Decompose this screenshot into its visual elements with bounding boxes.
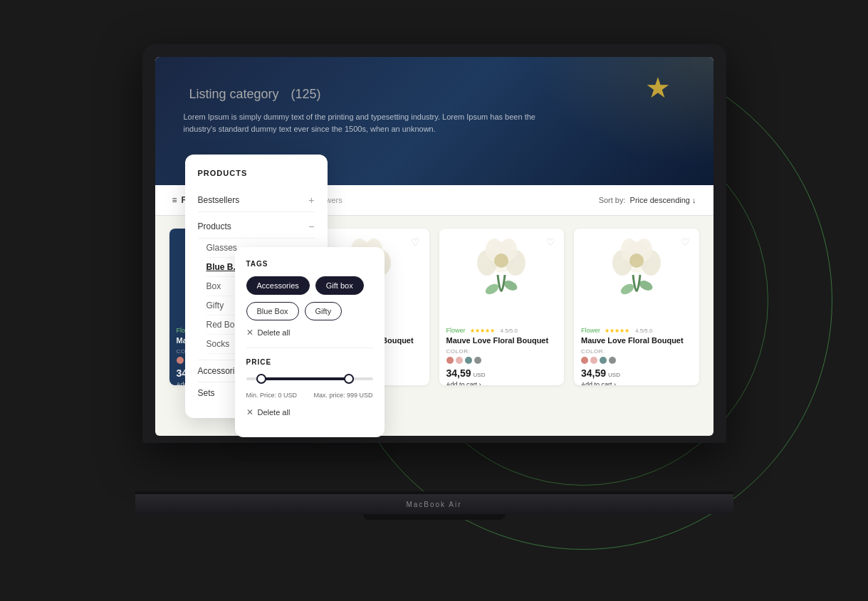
filter-icon: ≡ <box>172 195 177 205</box>
sidebar-item-products[interactable]: Products − <box>198 215 315 239</box>
sidebar-item-bestsellers[interactable]: Bestsellers + <box>198 189 315 212</box>
product-swatches-3 <box>446 357 558 364</box>
svg-point-22 <box>484 282 501 296</box>
svg-point-29 <box>629 254 644 268</box>
add-to-cart-button-4[interactable]: Add to cart › <box>581 381 692 385</box>
product-image-4: ♡ <box>574 229 699 321</box>
product-price-row-4: 34,59 USD <box>581 367 692 379</box>
product-category-3: Flower ★★★★★ 4.5/5.0 <box>446 327 558 334</box>
swatch[interactable] <box>177 357 184 364</box>
svg-point-21 <box>494 254 508 268</box>
tags-filled-row: Accessories Gift box <box>246 276 373 295</box>
price-min-label: Min. Price: 0 USD <box>246 392 298 399</box>
svg-point-30 <box>619 282 635 296</box>
product-category-4: Flower ★★★★★ 4.5/5.0 <box>581 327 692 334</box>
product-info-3: Flower ★★★★★ 4.5/5.0 Mauve Love Floral B… <box>439 321 565 385</box>
swatch[interactable] <box>600 357 607 364</box>
delete-x-icon: ✕ <box>246 328 253 338</box>
price-slider-fill <box>256 377 354 380</box>
price-max-label: Max. price: 999 USD <box>313 392 372 399</box>
tags-panel-title: TAGS <box>246 260 373 268</box>
tag-blue-box[interactable]: Blue Box <box>246 302 299 320</box>
product-card-4[interactable]: ♡ <box>574 229 699 385</box>
hero-description: Lorem Ipsum is simply dummy text of the … <box>184 111 554 135</box>
tag-gifty[interactable]: Gifty <box>305 302 343 320</box>
delete-x-icon-2: ✕ <box>246 407 253 417</box>
price-section-title: PRICE <box>246 358 373 366</box>
product-info-4: Flower ★★★★★ 4.5/5.0 Mauve Love Floral B… <box>574 321 699 385</box>
product-stars-4: ★★★★★ <box>605 328 629 334</box>
swatch[interactable] <box>581 357 588 364</box>
swatch[interactable] <box>456 357 463 364</box>
price-slider[interactable] <box>246 377 373 380</box>
star-decoration: ★ <box>645 71 671 104</box>
hero-decoration <box>500 57 713 185</box>
delete-all-button-2[interactable]: ✕ Delete all <box>246 407 373 417</box>
expand-icon: + <box>308 194 314 206</box>
swatch[interactable] <box>474 357 481 364</box>
product-swatches-4 <box>581 357 692 364</box>
swatch[interactable] <box>465 357 472 364</box>
price-filter-section: PRICE Min. Price: 0 USD Max. price: 999 … <box>246 347 373 417</box>
swatch[interactable] <box>446 357 454 364</box>
sort-value[interactable]: Price descending ↓ <box>630 196 696 204</box>
price-slider-max-thumb[interactable] <box>344 374 354 384</box>
product-price-row-3: 34,59 USD <box>446 367 558 379</box>
delete-all-button[interactable]: ✕ Delete all <box>246 328 373 338</box>
sidebar-bestsellers-row: Bestsellers + <box>198 189 315 212</box>
sidebar-title: PRODUCTS <box>198 169 315 177</box>
swatch[interactable] <box>590 357 597 364</box>
tag-accessories[interactable]: Accessories <box>246 276 310 295</box>
product-image-3: ♡ <box>439 229 565 321</box>
sort-area: Sort by: Price descending ↓ <box>599 196 696 204</box>
hero-count: (125) <box>291 87 320 101</box>
add-to-cart-button-3[interactable]: Add to cart › <box>446 381 558 385</box>
laptop-base: MacBook Air <box>135 494 733 514</box>
tags-outline-row: Blue Box Gifty <box>246 302 373 320</box>
laptop-brand-label: MacBook Air <box>406 501 461 508</box>
laptop-wrapper: ★ Listing category (125) Lorem Ipsum is … <box>114 44 755 557</box>
wishlist-button-2[interactable]: ♡ <box>408 234 424 250</box>
tags-filter-panel: TAGS Accessories Gift box Blue Box Gifty… <box>235 247 385 437</box>
product-card-3[interactable]: ♡ <box>439 229 565 385</box>
swatch[interactable] <box>609 357 616 364</box>
tag-gift-box[interactable]: Gift box <box>315 276 364 295</box>
price-slider-min-thumb[interactable] <box>256 374 266 384</box>
product-name-4: Mauve Love Floral Bouquet <box>581 335 692 345</box>
product-stars-3: ★★★★★ <box>470 328 495 334</box>
wishlist-button-4[interactable]: ♡ <box>678 234 694 250</box>
scene: ★ Listing category (125) Lorem Ipsum is … <box>0 0 868 601</box>
product-name-3: Mauve Love Floral Bouquet <box>446 335 558 345</box>
price-range-labels: Min. Price: 0 USD Max. price: 999 USD <box>246 392 373 399</box>
wishlist-button-3[interactable]: ♡ <box>543 234 558 250</box>
collapse-icon: − <box>308 221 314 232</box>
